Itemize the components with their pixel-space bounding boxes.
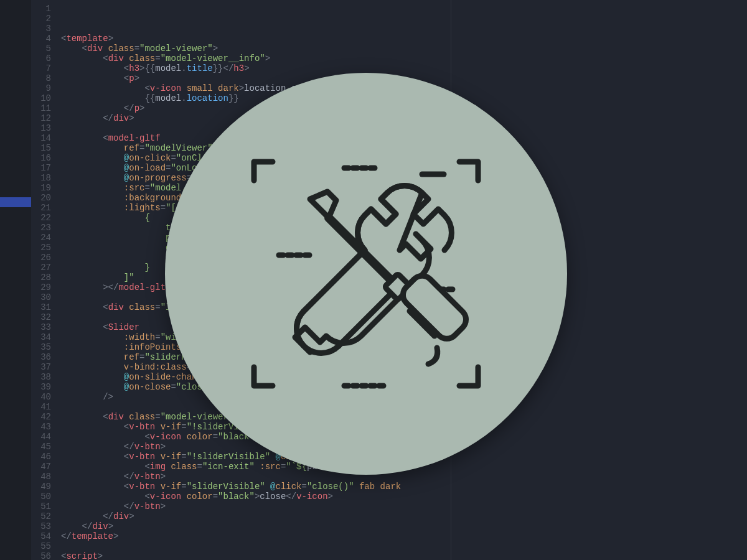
- line-number: 11: [31, 103, 51, 113]
- line-number: 16: [31, 153, 51, 163]
- line-number: 32: [31, 312, 51, 322]
- line-number: 40: [31, 392, 51, 402]
- line-number: 30: [31, 292, 51, 302]
- activity-bar[interactable]: [0, 0, 31, 560]
- line-number: 28: [31, 273, 51, 282]
- line-number: 5: [31, 44, 51, 54]
- line-number: 36: [31, 352, 51, 362]
- line-number: 45: [31, 442, 51, 452]
- line-number: 21: [31, 203, 51, 213]
- line-number: 29: [31, 282, 51, 292]
- line-number: 15: [31, 143, 51, 153]
- tools-overlay-badge: [165, 73, 567, 475]
- line-number: 27: [31, 263, 51, 273]
- code-line[interactable]: <div class="model-viewer__info">: [61, 54, 747, 63]
- line-number: 39: [31, 382, 51, 392]
- code-line[interactable]: <v-icon color="black">close</v-icon>: [61, 492, 747, 502]
- code-line[interactable]: </div>: [61, 521, 747, 531]
- line-number: 18: [31, 173, 51, 183]
- line-number: 33: [31, 322, 51, 332]
- code-line[interactable]: <script>: [61, 551, 747, 560]
- code-line[interactable]: <template>: [61, 34, 747, 44]
- code-line[interactable]: </v-btn>: [61, 472, 747, 482]
- line-number: 10: [31, 93, 51, 103]
- line-number: 52: [31, 511, 51, 521]
- tools-icon: [235, 143, 497, 404]
- code-line[interactable]: </div>: [61, 511, 747, 521]
- line-number: 47: [31, 462, 51, 472]
- code-line[interactable]: <h3>{{model.title}}</h3>: [61, 63, 747, 73]
- code-line[interactable]: [61, 541, 747, 551]
- line-number: 34: [31, 332, 51, 342]
- line-number: 1: [31, 4, 51, 14]
- line-number: 19: [31, 183, 51, 193]
- line-number: 13: [31, 123, 51, 133]
- line-number: 48: [31, 472, 51, 482]
- line-number: 9: [31, 83, 51, 93]
- line-number: 7: [31, 63, 51, 73]
- code-line[interactable]: <v-btn v-if="sliderVisible" @click="clos…: [61, 482, 747, 492]
- line-number: 50: [31, 492, 51, 502]
- line-number: 3: [31, 24, 51, 34]
- line-number: 12: [31, 113, 51, 123]
- line-number: 44: [31, 432, 51, 442]
- editor-root: 1234567891011121314151617181920212223242…: [0, 0, 747, 560]
- line-number: 24: [31, 233, 51, 243]
- line-number: 54: [31, 531, 51, 541]
- line-number: 38: [31, 372, 51, 382]
- line-number: 49: [31, 482, 51, 492]
- line-number: 55: [31, 541, 51, 551]
- line-number: 56: [31, 551, 51, 560]
- line-number: 23: [31, 223, 51, 233]
- code-line[interactable]: </template>: [61, 531, 747, 541]
- code-line[interactable]: </v-btn>: [61, 502, 747, 511]
- line-number: 42: [31, 412, 51, 422]
- line-number: 51: [31, 502, 51, 511]
- line-number: 37: [31, 362, 51, 372]
- line-number: 46: [31, 452, 51, 462]
- line-number: 43: [31, 422, 51, 432]
- line-number: 53: [31, 521, 51, 531]
- line-number: 41: [31, 402, 51, 412]
- line-number: 17: [31, 163, 51, 173]
- line-number-gutter: 1234567891011121314151617181920212223242…: [31, 0, 57, 560]
- activity-bar-marker: [0, 197, 31, 207]
- code-line[interactable]: <div class="model-viewer">: [61, 44, 747, 54]
- line-number: 26: [31, 253, 51, 263]
- line-number: 25: [31, 243, 51, 253]
- line-number: 35: [31, 342, 51, 352]
- line-number: 4: [31, 34, 51, 44]
- line-number: 14: [31, 133, 51, 143]
- line-number: 31: [31, 302, 51, 312]
- line-number: 22: [31, 213, 51, 223]
- line-number: 20: [31, 193, 51, 203]
- line-number: 8: [31, 73, 51, 83]
- line-number: 2: [31, 14, 51, 24]
- line-number: 6: [31, 54, 51, 63]
